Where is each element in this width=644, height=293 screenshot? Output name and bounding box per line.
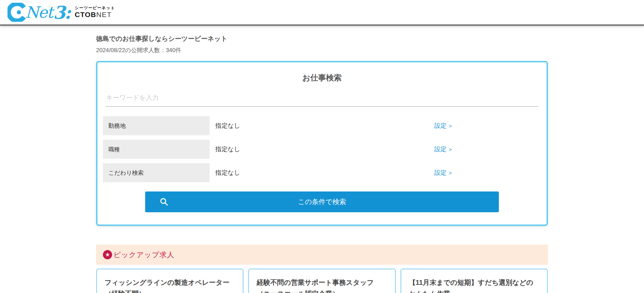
intro-section: 徳島でのお仕事探しならシーツービーネット 2024/08/22の公開求人数：34… bbox=[96, 34, 548, 54]
site-logo[interactable]: Net 3: シーツービーネット CTOBNET bbox=[7, 2, 115, 23]
job-card-title: フィッシングラインの製造オペレーター（経験不問） bbox=[105, 277, 235, 293]
page-title: 徳島でのお仕事探しならシーツービーネット bbox=[96, 34, 548, 43]
job-card[interactable]: フィッシングラインの製造オペレーター（経験不問） bbox=[96, 268, 244, 293]
filter-value-occupation: 指定なし bbox=[215, 145, 434, 153]
logo-c-icon bbox=[7, 3, 27, 22]
filter-rows: 勤務地 指定なし 設定 > 職種 指定なし 設定 > こだわり検索 指定なし bbox=[103, 116, 541, 182]
site-header: Net 3: シーツービーネット CTOBNET bbox=[0, 0, 644, 26]
logo-net-text: Net bbox=[25, 3, 52, 21]
logo-wordmark: シーツービーネット CTOBNET bbox=[75, 6, 115, 19]
logo-kana-text: シーツービーネット bbox=[75, 6, 115, 11]
job-card-title: 【11月末までの短期】すだち選別などのかんたん作業 bbox=[409, 277, 539, 293]
pickup-title: ピックアップ求人 bbox=[113, 250, 174, 260]
chevron-right-icon: > bbox=[449, 123, 452, 129]
submit-wrap: この条件で検索 bbox=[103, 191, 541, 212]
pickup-job-cards: フィッシングラインの製造オペレーター（経験不問） 経験不問の営業サポート事務スタ… bbox=[96, 268, 548, 293]
filter-label-occupation: 職種 bbox=[103, 140, 210, 159]
filter-row-preferences: こだわり検索 指定なし 設定 > bbox=[103, 163, 541, 182]
filter-row-occupation: 職種 指定なし 設定 > bbox=[103, 140, 541, 159]
settings-link-location[interactable]: 設定 > bbox=[434, 122, 452, 130]
settings-link-occupation[interactable]: 設定 > bbox=[434, 145, 452, 153]
filter-label-location: 勤務地 bbox=[103, 116, 210, 135]
search-button-label: この条件で検索 bbox=[298, 197, 346, 206]
settings-link-label: 設定 bbox=[434, 169, 446, 177]
job-card-title: 経験不問の営業サポート事務スタッフ（ユースエール認定企業） bbox=[257, 277, 387, 293]
search-panel-title: お仕事検索 bbox=[103, 73, 541, 83]
chevron-right-icon: > bbox=[449, 146, 452, 152]
main-content: 徳島でのお仕事探しならシーツービーネット 2024/08/22の公開求人数：34… bbox=[96, 34, 548, 293]
filter-row-location: 勤務地 指定なし 設定 > bbox=[103, 116, 541, 135]
pickup-banner: ★ ピックアップ求人 bbox=[96, 245, 548, 265]
job-search-panel: お仕事検索 勤務地 指定なし 設定 > 職種 指定なし 設定 > bbox=[96, 61, 548, 226]
open-jobs-count: 2024/08/22の公開求人数：340件 bbox=[96, 46, 548, 54]
filter-value-location: 指定なし bbox=[215, 122, 434, 130]
logo-ctob: CTOB bbox=[75, 11, 96, 18]
star-icon: ★ bbox=[103, 250, 112, 259]
search-submit-button[interactable]: この条件で検索 bbox=[145, 191, 499, 212]
settings-link-label: 設定 bbox=[434, 145, 446, 153]
settings-link-label: 設定 bbox=[434, 122, 446, 130]
logo-three-colon: 3: bbox=[53, 2, 70, 23]
job-card[interactable]: 【11月末までの短期】すだち選別などのかんたん作業 bbox=[400, 268, 548, 293]
settings-link-preferences[interactable]: 設定 > bbox=[434, 169, 452, 177]
logo-latin-text: CTOBNET bbox=[75, 11, 115, 19]
filter-value-preferences: 指定なし bbox=[215, 169, 434, 177]
job-card[interactable]: 経験不問の営業サポート事務スタッフ（ユースエール認定企業） bbox=[248, 268, 396, 293]
keyword-input[interactable] bbox=[106, 92, 538, 107]
search-icon bbox=[159, 197, 168, 206]
filter-label-preferences: こだわり検索 bbox=[103, 163, 210, 182]
chevron-right-icon: > bbox=[449, 170, 452, 176]
keyword-field-wrap bbox=[106, 92, 538, 107]
logo-net-latin: NET bbox=[96, 11, 111, 18]
